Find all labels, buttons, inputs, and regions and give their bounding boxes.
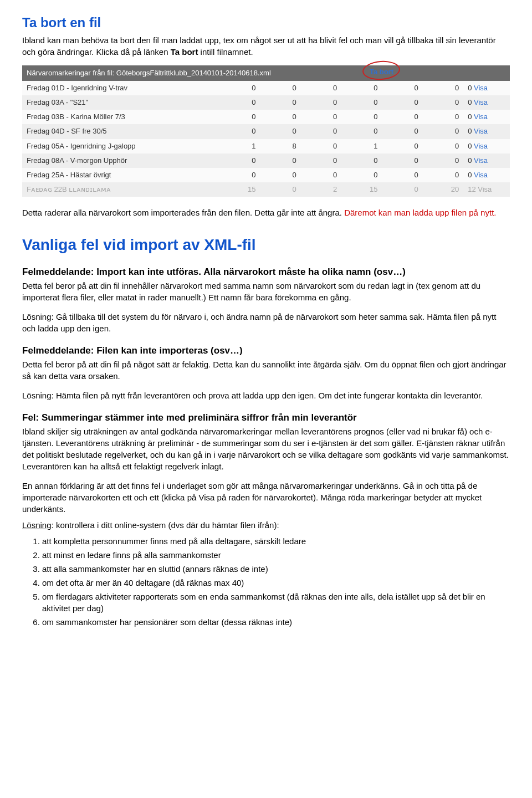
visa-link[interactable]: Visa (474, 112, 488, 121)
row-value: 1 (341, 139, 382, 154)
attendance-table: Närvaromarkeringar från fil: GöteborgsFä… (22, 65, 510, 197)
error3-body: Ibland skiljer sig uträkningen av antal … (22, 426, 510, 472)
delete-warning-text: Detta raderar alla närvarokort som impor… (22, 208, 344, 217)
row-value: 0 Visa (463, 124, 510, 139)
row-value: 0 (341, 81, 382, 95)
table-row: Fredag 08A - V-morgon Upphör0000000 Visa (22, 154, 510, 168)
row-value: 0 (382, 168, 423, 182)
row-value: 0 (219, 154, 260, 168)
visa-link[interactable]: Visa (474, 171, 488, 179)
row-value: 0 (219, 168, 260, 182)
row-name: Fredag 05A - Igenridning J-galopp (22, 139, 219, 154)
heading-common-errors: Vanliga fel vid import av XML-fil (22, 234, 510, 255)
row-value: 0 (423, 110, 463, 124)
row-value: 0 Visa (463, 154, 510, 168)
row-value: 0 (423, 168, 463, 182)
error1-solution: Lösning: Gå tillbaka till det system du … (22, 311, 510, 334)
table-body: Fredag 01D - Igenridning V-trav0000000 V… (22, 81, 510, 197)
list-item: att minst en ledare finns på alla samman… (42, 549, 510, 561)
error2-heading: Felmeddelande: Filen kan inte importeras… (22, 344, 510, 357)
row-value: 15 (219, 182, 260, 197)
table-row: Fredag 03B - Karina Möller 7/30000000 Vi… (22, 110, 510, 124)
error3-body2: En annan förklaring är att det finns fel… (22, 480, 510, 515)
row-value: 0 (301, 95, 341, 110)
row-value: 0 Visa (463, 81, 510, 95)
intro-paragraph: Ibland kan man behöva ta bort den fil ma… (22, 34, 510, 58)
row-name: Fredag 01D - Igenridning V-trav (22, 81, 219, 95)
row-value: 15 (341, 182, 382, 197)
row-value: 0 (382, 124, 423, 139)
visa-link[interactable]: Visa (474, 142, 488, 150)
row-value: 0 (260, 124, 301, 139)
table-row-cutoff: Fᴀᴇᴅᴀɢ 22B ʟʟᴀɴᴅɪʟᴀᴍᴀ15021502012 Visa (22, 182, 510, 197)
row-value: 0 (382, 154, 423, 168)
row-name: Fredag 04D - SF fre 30/5 (22, 124, 219, 139)
row-value: 0 (260, 81, 301, 95)
row-value: 0 (301, 124, 341, 139)
row-name: Fredag 25A - Hästar övrigt (22, 168, 219, 182)
annotation-circle (362, 59, 401, 81)
list-item: om flerdagars aktiviteter rapporterats s… (42, 591, 510, 614)
error2-solution: Lösning: Hämta filen på nytt från levera… (22, 390, 510, 401)
table-row: Fredag 05A - Igenridning J-galopp1801000… (22, 139, 510, 154)
solution-label: Lösning (22, 520, 52, 530)
row-value: 0 (423, 95, 463, 110)
table-row: Fredag 04D - SF fre 30/50000000 Visa (22, 124, 510, 139)
intro-tail: intill filnamnet. (198, 47, 253, 57)
row-value: 0 (301, 154, 341, 168)
table-header-label: Närvaromarkeringar från fil: GöteborgsFä… (27, 69, 271, 77)
row-name: Fredag 03B - Karina Möller 7/3 (22, 110, 219, 124)
error3-heading: Fel: Summeringar stämmer inte med prelim… (22, 411, 510, 424)
row-value: 20 (423, 182, 463, 197)
row-value: 0 (382, 182, 423, 197)
visa-link[interactable]: Visa (474, 156, 488, 165)
row-value: 0 (301, 139, 341, 154)
row-value: 0 (301, 168, 341, 182)
list-item: att kompletta personnummer finns med på … (42, 535, 510, 547)
visa-link[interactable]: Visa (474, 98, 488, 106)
heading-remove-file: Ta bort en fil (22, 13, 510, 32)
row-value: 0 (260, 110, 301, 124)
row-value: 8 (260, 139, 301, 154)
row-value: 12 Visa (463, 182, 510, 197)
row-name: Fredag 08A - V-morgon Upphör (22, 154, 219, 168)
row-value: 0 Visa (463, 110, 510, 124)
row-value: 0 (382, 139, 423, 154)
row-value: 0 (301, 81, 341, 95)
row-value: 0 (219, 124, 260, 139)
table-row: Fredag 25A - Hästar övrigt0000000 Visa (22, 168, 510, 182)
error2-body: Detta fel beror på att din fil på något … (22, 359, 510, 382)
visa-link[interactable]: Visa (474, 84, 488, 92)
row-value: 2 (301, 182, 341, 197)
row-value: 0 Visa (463, 139, 510, 154)
row-value: 0 Visa (463, 95, 510, 110)
row-value: 0 (219, 110, 260, 124)
row-value: 0 (219, 95, 260, 110)
error1-heading: Felmeddelande: Import kan inte utföras. … (22, 265, 510, 279)
visa-link[interactable]: Visa (474, 127, 488, 135)
list-item: om sammankomster har pensionärer som del… (42, 616, 510, 628)
list-item: att alla sammankomster har en sluttid (a… (42, 563, 510, 575)
solution-tail: : kontrollera i ditt online-system (dvs … (52, 520, 279, 530)
row-value: 0 (341, 124, 382, 139)
row-value: 0 (341, 168, 382, 182)
row-value: 0 (341, 95, 382, 110)
row-value: 0 (423, 139, 463, 154)
row-value: 0 (260, 182, 301, 197)
delete-warning-red: Däremot kan man ladda upp filen på nytt. (344, 208, 496, 217)
row-value: 0 (341, 154, 382, 168)
row-value: 0 Visa (463, 168, 510, 182)
row-value: 0 (219, 81, 260, 95)
row-value: 1 (219, 139, 260, 154)
row-value: 0 (423, 81, 463, 95)
row-value: 0 (382, 110, 423, 124)
row-value: 0 (382, 95, 423, 110)
row-value: 0 (260, 154, 301, 168)
table-row: Fredag 01D - Igenridning V-trav0000000 V… (22, 81, 510, 95)
row-value: 0 (341, 110, 382, 124)
row-value: 0 (260, 95, 301, 110)
intro-text: Ibland kan man behöva ta bort den fil ma… (22, 35, 496, 57)
row-name: Fredag 03A - "S21" (22, 95, 219, 110)
row-value: 0 (423, 154, 463, 168)
delete-warning-paragraph: Detta raderar alla närvarokort som impor… (22, 207, 510, 218)
